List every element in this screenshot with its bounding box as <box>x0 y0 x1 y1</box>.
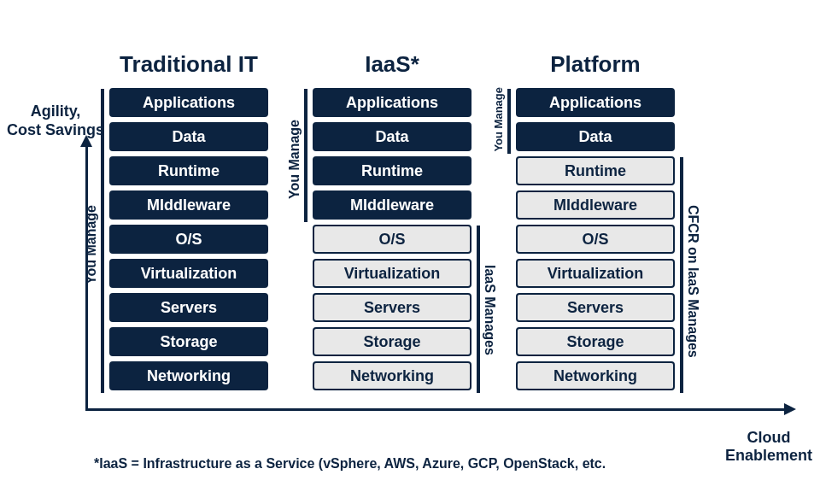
layer-networking: Networking <box>313 361 472 390</box>
bracket-label-iaas-manages: IaaS Manages <box>482 265 497 355</box>
layer-os: O/S <box>109 225 268 254</box>
layer-os: O/S <box>313 225 472 254</box>
x-axis-arrow <box>85 408 786 411</box>
layer-middleware: MIddleware <box>516 190 675 220</box>
layer-storage: Storage <box>109 327 268 356</box>
bracket-label-you-manage: You Manage <box>492 87 505 152</box>
x-axis-label: Cloud Enablement <box>722 429 816 466</box>
column-title: Traditional IT <box>120 51 258 78</box>
bracket-iaas-manages <box>477 226 480 393</box>
layer-runtime: Runtime <box>109 156 268 185</box>
column-title: Platform <box>550 51 640 78</box>
layer-storage: Storage <box>313 327 472 356</box>
bracket-you-manage <box>304 89 308 222</box>
layer-middleware: MIddleware <box>313 190 472 220</box>
layer-stack: Applications Data Runtime MIddleware O/S… <box>109 88 268 390</box>
layer-servers: Servers <box>109 293 268 322</box>
layer-stack: Applications Data Runtime MIddleware O/S… <box>516 88 675 390</box>
layer-servers: Servers <box>313 293 472 322</box>
column-title: IaaS* <box>365 51 419 78</box>
layer-runtime: Runtime <box>516 156 675 185</box>
layer-data: Data <box>313 122 472 151</box>
layer-os: O/S <box>516 225 675 254</box>
layer-virtualization: Virtualization <box>516 259 675 288</box>
footnote: *IaaS = Infrastructure as a Service (vSp… <box>94 456 606 472</box>
bracket-cfcr-manages <box>680 157 683 393</box>
layer-applications: Applications <box>516 88 675 117</box>
layer-storage: Storage <box>516 327 675 356</box>
column-traditional: Traditional IT Applications Data Runtime… <box>109 51 268 390</box>
layer-data: Data <box>516 122 675 151</box>
layer-virtualization: Virtualization <box>109 259 268 288</box>
layer-servers: Servers <box>516 293 675 322</box>
layer-stack: Applications Data Runtime MIddleware O/S… <box>313 88 472 390</box>
layer-data: Data <box>109 122 268 151</box>
layer-networking: Networking <box>109 361 268 390</box>
layer-applications: Applications <box>313 88 472 117</box>
layer-applications: Applications <box>109 88 268 117</box>
bracket-you-manage <box>507 89 511 154</box>
layer-networking: Networking <box>516 361 675 390</box>
bracket-label-cfcr-manages: CFCR on IaaS Manages <box>685 205 700 358</box>
bracket-label-you-manage: You Manage <box>287 120 302 199</box>
layer-runtime: Runtime <box>313 156 472 185</box>
column-platform: Platform Applications Data Runtime MIddl… <box>516 51 675 390</box>
layer-virtualization: Virtualization <box>313 259 472 288</box>
columns-container: Traditional IT Applications Data Runtime… <box>109 51 675 390</box>
bracket-label-you-manage: You Manage <box>84 205 99 284</box>
column-iaas: IaaS* Applications Data Runtime MIddlewa… <box>313 51 472 390</box>
y-axis-label: Agility, Cost Savings <box>4 103 107 139</box>
layer-middleware: MIddleware <box>109 190 268 220</box>
bracket-you-manage <box>101 89 104 393</box>
